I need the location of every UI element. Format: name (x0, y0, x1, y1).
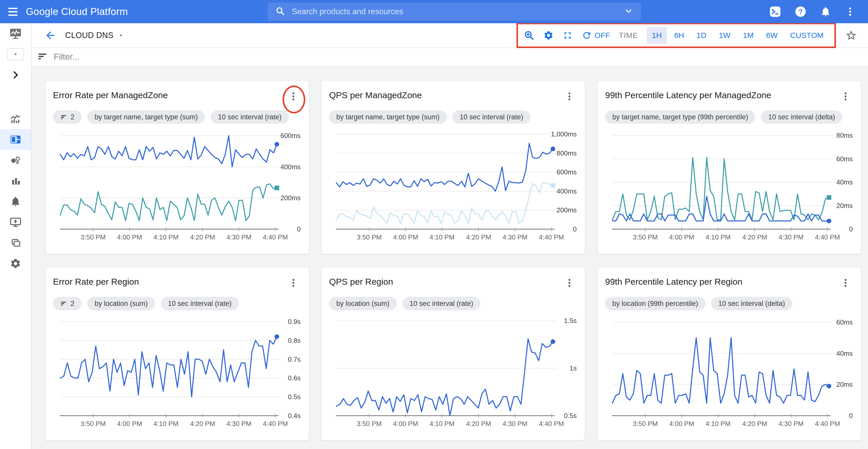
back-arrow-icon[interactable] (44, 29, 56, 41)
dashboard-toolbar: CLOUD DNS OFF TIME 1H6H1D (32, 23, 868, 48)
chart-card: Error Rate per Region 2by location (sum)… (45, 267, 309, 441)
chart-filter-chip[interactable]: 2 (53, 297, 82, 310)
svg-text:0.9s: 0.9s (288, 318, 301, 325)
chart-menu-button[interactable] (562, 277, 577, 290)
rail-item-dashboards[interactable] (0, 129, 31, 150)
chart-menu-button[interactable] (562, 90, 577, 104)
svg-text:40ms: 40ms (836, 178, 853, 186)
dashboard-context-label: CLOUD DNS (65, 31, 114, 40)
dashboard-context-dropdown[interactable]: CLOUD DNS (65, 31, 124, 40)
time-range-1h[interactable]: 1H (647, 27, 667, 44)
menu-icon[interactable] (0, 8, 26, 16)
cloud-shell-icon[interactable] (769, 6, 781, 18)
rail-item-settings[interactable] (0, 253, 31, 274)
filter-bar[interactable]: Filter... (32, 48, 868, 66)
time-range-6h[interactable]: 6H (669, 27, 689, 44)
svg-text:4:00 PM: 4:00 PM (117, 233, 142, 241)
svg-text:4:30 PM: 4:30 PM (502, 233, 528, 241)
time-range-6w[interactable]: 6W (761, 27, 783, 44)
svg-text:0: 0 (849, 412, 853, 420)
filter-placeholder: Filter... (54, 52, 80, 62)
chart-menu-button[interactable] (286, 277, 301, 290)
rail-item-metrics-explorer[interactable] (0, 170, 31, 191)
chart-filter-chip[interactable]: 2 (53, 110, 82, 124)
left-rail (0, 23, 32, 449)
chart-plot: 1.5s1s0.5s3:50 PM4:00 PM4:10 PM4:20 PM4:… (329, 312, 577, 428)
rail-item-overview[interactable] (0, 108, 31, 129)
chart-plot: 0.9s0.8s0.7s0.6s0.5s0.4s3:50 PM4:00 PM4:… (53, 312, 301, 428)
chart-card: QPS per Region by location (sum)10 sec i… (321, 267, 585, 441)
search-icon (275, 6, 285, 17)
more-vert-icon[interactable] (845, 6, 856, 17)
svg-text:3:50 PM: 3:50 PM (357, 233, 382, 241)
chart-plot: 60ms40ms20ms03:50 PM4:00 PM4:10 PM4:20 P… (605, 312, 853, 428)
chart-chips: 2by location (sum)10 sec interval (rate) (53, 297, 301, 310)
svg-text:0.4s: 0.4s (288, 412, 301, 420)
svg-text:400ms: 400ms (280, 163, 301, 171)
star-icon[interactable] (845, 29, 857, 41)
fullscreen-icon[interactable] (562, 30, 573, 40)
chart-menu-button[interactable] (838, 90, 853, 104)
chart-chips: by location (sum)10 sec interval (rate) (329, 297, 577, 310)
svg-text:0.8s: 0.8s (288, 336, 301, 344)
svg-text:4:10 PM: 4:10 PM (430, 420, 455, 427)
svg-text:4:00 PM: 4:00 PM (669, 420, 694, 427)
svg-text:4:30 PM: 4:30 PM (502, 420, 528, 427)
svg-text:40ms: 40ms (836, 350, 853, 357)
dashboard-grid: Error Rate per ManagedZone 2by target na… (32, 66, 868, 449)
rail-item-services[interactable] (0, 150, 31, 170)
chevron-down-icon[interactable] (624, 6, 633, 17)
search-input[interactable]: Search products and resources (268, 3, 641, 21)
chart-groupby-chip: by location (99th percentile) (605, 297, 705, 310)
monitoring-logo-icon (0, 23, 31, 44)
chart-groupby-chip: by target name, target type (sum) (329, 110, 447, 124)
svg-text:3:50 PM: 3:50 PM (357, 420, 382, 427)
scope-picker-button[interactable] (0, 44, 31, 65)
svg-text:0.5s: 0.5s (564, 412, 577, 420)
chart-chips: 2by target name, target type (sum)10 sec… (53, 110, 301, 124)
chart-chips: by location (99th percentile)10 sec inte… (605, 297, 853, 310)
svg-text:4:30 PM: 4:30 PM (226, 233, 251, 241)
refresh-icon (582, 30, 592, 40)
chart-interval-chip: 10 sec interval (rate) (452, 110, 530, 124)
rail-item-uptime-checks[interactable] (0, 212, 31, 232)
auto-refresh-state: OFF (594, 31, 610, 40)
chart-card: Error Rate per ManagedZone 2by target na… (45, 81, 309, 254)
chart-menu-button[interactable] (838, 277, 853, 290)
svg-text:4:40 PM: 4:40 PM (815, 420, 840, 427)
svg-text:200ms: 200ms (280, 194, 301, 202)
svg-text:1,000ms: 1,000ms (551, 130, 577, 138)
rail-item-groups[interactable] (0, 232, 31, 253)
time-label: TIME (619, 31, 638, 40)
chart-groupby-chip: by location (sum) (329, 297, 397, 310)
help-icon[interactable]: ? (795, 6, 806, 18)
time-range-1w[interactable]: 1W (714, 27, 736, 44)
svg-text:4:30 PM: 4:30 PM (779, 420, 804, 427)
chart-title: 99th Percentile Latency per Region (605, 277, 742, 287)
filter-icon (37, 51, 48, 63)
svg-text:0: 0 (297, 225, 301, 233)
svg-text:4:40 PM: 4:40 PM (263, 420, 288, 427)
svg-text:4:20 PM: 4:20 PM (466, 233, 491, 241)
time-range-custom[interactable]: CUSTOM (785, 27, 829, 44)
settings-gear-icon[interactable] (543, 30, 554, 40)
svg-text:4:10 PM: 4:10 PM (706, 233, 731, 241)
svg-text:4:20 PM: 4:20 PM (742, 233, 767, 241)
zoom-reset-icon[interactable] (524, 30, 534, 41)
svg-text:?: ? (799, 8, 803, 16)
more-vert-icon (840, 278, 851, 288)
chart-groupby-chip: by location (sum) (87, 297, 155, 310)
search-placeholder: Search products and resources (292, 7, 617, 16)
notifications-icon[interactable] (820, 6, 831, 17)
auto-refresh-button[interactable]: OFF (582, 30, 610, 40)
caret-down-icon (118, 33, 124, 38)
rail-item-alerting[interactable] (0, 191, 31, 212)
app-bar: Google Cloud Platform Search products an… (0, 0, 868, 23)
time-range-1m[interactable]: 1M (738, 27, 759, 44)
time-range-1d[interactable]: 1D (691, 27, 712, 44)
svg-text:4:20 PM: 4:20 PM (742, 420, 767, 427)
chart-menu-button[interactable] (286, 90, 301, 104)
expand-rail-button[interactable] (0, 65, 31, 85)
time-controls: OFF TIME 1H6H1D1W1M6WCUSTOM (517, 23, 836, 48)
chart-title: QPS per ManagedZone (329, 90, 422, 100)
